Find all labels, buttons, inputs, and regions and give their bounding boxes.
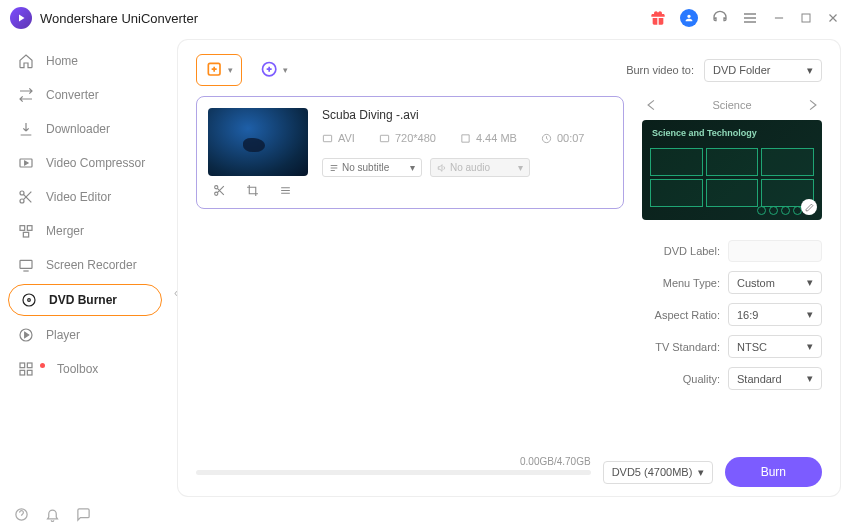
recorder-icon — [18, 257, 34, 273]
sidebar-item-label: Converter — [46, 88, 99, 102]
template-prev-button[interactable] — [642, 96, 660, 114]
chevron-down-icon: ▾ — [807, 372, 813, 385]
dvd-label-label: DVD Label: — [642, 245, 720, 257]
close-icon[interactable] — [826, 11, 840, 25]
sidebar-item-label: Video Compressor — [46, 156, 145, 170]
capacity-text: 0.00GB/4.70GB — [520, 456, 591, 467]
template-preview[interactable]: Science and Technology — [642, 120, 822, 220]
user-avatar-icon[interactable] — [680, 9, 698, 27]
sidebar-item-home[interactable]: Home — [0, 44, 170, 78]
svg-point-8 — [23, 294, 35, 306]
svg-rect-12 — [27, 363, 32, 368]
sidebar-item-converter[interactable]: Converter — [0, 78, 170, 112]
file-duration: 00:07 — [557, 132, 585, 144]
svg-rect-4 — [20, 226, 25, 231]
svg-rect-20 — [380, 135, 388, 141]
badge-dot — [40, 363, 45, 368]
file-size: 4.44 MB — [476, 132, 517, 144]
sidebar-item-downloader[interactable]: Downloader — [0, 112, 170, 146]
tv-standard-label: TV Standard: — [642, 341, 720, 353]
sidebar-item-toolbox[interactable]: Toolbox — [0, 352, 170, 386]
dvd-icon — [21, 292, 37, 308]
maximize-icon[interactable] — [800, 12, 812, 24]
file-resolution: 720*480 — [395, 132, 436, 144]
sidebar: Home Converter Downloader Video Compress… — [0, 36, 170, 496]
add-file-button[interactable]: ▾ — [196, 54, 242, 86]
sidebar-item-label: Screen Recorder — [46, 258, 137, 272]
bell-icon[interactable] — [45, 507, 60, 522]
sidebar-item-merger[interactable]: Merger — [0, 214, 170, 248]
main-panel: ▾ ▾ Burn video to: DVD Folder▾ — [178, 40, 840, 496]
template-edit-icon[interactable] — [801, 199, 817, 215]
toolbox-icon — [18, 361, 34, 377]
sidebar-item-label: DVD Burner — [49, 293, 117, 307]
svg-rect-13 — [20, 370, 25, 375]
sidebar-item-editor[interactable]: Video Editor — [0, 180, 170, 214]
disc-type-select[interactable]: DVD5 (4700MB)▾ — [603, 461, 713, 484]
capacity-bar: 0.00GB/4.70GB — [196, 470, 591, 475]
file-name: Scuba Diving -.avi — [322, 108, 612, 122]
template-preview-title: Science and Technology — [652, 128, 757, 138]
svg-rect-7 — [20, 260, 32, 268]
menu-type-select[interactable]: Custom▾ — [728, 271, 822, 294]
merger-icon — [18, 223, 34, 239]
file-card[interactable]: Scuba Diving -.avi AVI 720*480 4.44 MB 0… — [196, 96, 624, 209]
crop-icon[interactable] — [246, 184, 259, 197]
tv-standard-select[interactable]: NTSC▾ — [728, 335, 822, 358]
svg-point-17 — [214, 186, 217, 189]
burn-to-select[interactable]: DVD Folder▾ — [704, 59, 822, 82]
svg-point-9 — [28, 299, 31, 302]
help-icon[interactable] — [14, 507, 29, 522]
burn-to-label: Burn video to: — [626, 64, 694, 76]
sidebar-item-label: Video Editor — [46, 190, 111, 204]
svg-rect-5 — [27, 226, 32, 231]
home-icon — [18, 53, 34, 69]
chevron-down-icon: ▾ — [807, 308, 813, 321]
svg-rect-19 — [323, 135, 331, 141]
quality-label: Quality: — [642, 373, 720, 385]
feedback-icon[interactable] — [76, 507, 91, 522]
burn-button[interactable]: Burn — [725, 457, 822, 487]
sidebar-item-recorder[interactable]: Screen Recorder — [0, 248, 170, 282]
sidebar-item-player[interactable]: Player — [0, 318, 170, 352]
menu-type-label: Menu Type: — [642, 277, 720, 289]
chevron-down-icon: ▾ — [518, 162, 523, 173]
sidebar-item-label: Merger — [46, 224, 84, 238]
dvd-label-input[interactable] — [728, 240, 822, 262]
menu-icon[interactable] — [742, 10, 758, 26]
app-title: Wondershare UniConverter — [40, 11, 650, 26]
video-thumbnail — [208, 108, 308, 176]
sidebar-item-compressor[interactable]: Video Compressor — [0, 146, 170, 180]
svg-rect-14 — [27, 370, 32, 375]
sidebar-item-dvd-burner[interactable]: DVD Burner — [8, 284, 162, 316]
more-icon[interactable] — [279, 184, 292, 197]
app-logo — [10, 7, 32, 29]
svg-rect-0 — [802, 14, 810, 22]
svg-point-2 — [20, 191, 24, 195]
chevron-down-icon: ▾ — [807, 64, 813, 77]
chevron-down-icon: ▾ — [228, 65, 233, 75]
trim-icon[interactable] — [213, 184, 226, 197]
minimize-icon[interactable] — [772, 11, 786, 25]
chevron-down-icon: ▾ — [410, 162, 415, 173]
download-icon — [18, 121, 34, 137]
gift-icon[interactable] — [650, 10, 666, 26]
quality-select[interactable]: Standard▾ — [728, 367, 822, 390]
add-disc-button[interactable]: ▾ — [252, 55, 296, 85]
player-icon — [18, 327, 34, 343]
chevron-down-icon: ▾ — [807, 276, 813, 289]
subtitle-select[interactable]: No subtitle▾ — [322, 158, 422, 177]
chevron-down-icon: ▾ — [283, 65, 288, 75]
template-name: Science — [712, 99, 751, 111]
svg-rect-6 — [23, 232, 28, 237]
converter-icon — [18, 87, 34, 103]
compressor-icon — [18, 155, 34, 171]
template-next-button[interactable] — [804, 96, 822, 114]
chevron-down-icon: ▾ — [807, 340, 813, 353]
audio-select[interactable]: No audio▾ — [430, 158, 530, 177]
headset-icon[interactable] — [712, 10, 728, 26]
aspect-ratio-select[interactable]: 16:9▾ — [728, 303, 822, 326]
chevron-down-icon: ▾ — [698, 466, 704, 479]
file-format: AVI — [338, 132, 355, 144]
scissors-icon — [18, 189, 34, 205]
